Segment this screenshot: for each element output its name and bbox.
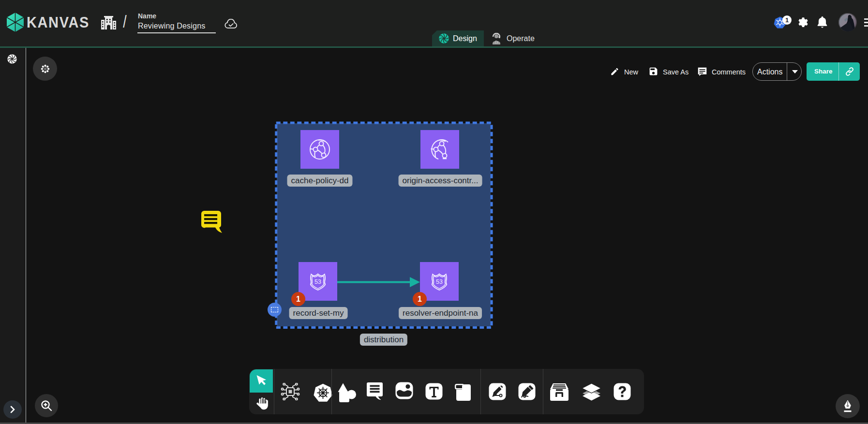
svg-text:53: 53 xyxy=(314,278,321,285)
svg-text:53: 53 xyxy=(436,278,443,285)
